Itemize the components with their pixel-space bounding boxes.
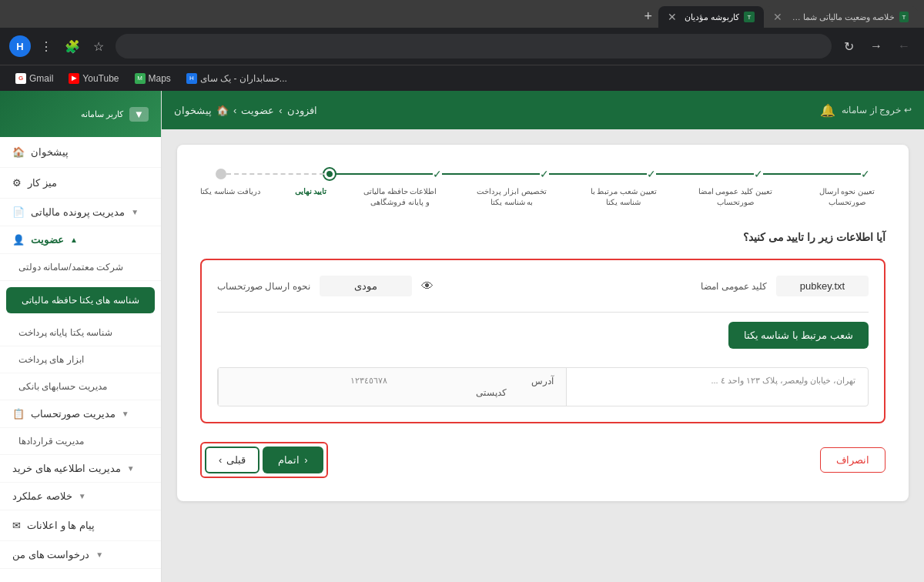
step6-line bbox=[226, 173, 324, 175]
step3-check: ✓ bbox=[647, 168, 656, 180]
step6-label: تایید نهایی bbox=[295, 186, 327, 208]
public-key-field: pubkey.txt کلید عمومی امضا bbox=[701, 276, 869, 296]
step3-label: تعیین شعب مرتبط با شناسه یکتا bbox=[585, 186, 662, 208]
invoice-chevron-icon: ▼ bbox=[122, 410, 129, 418]
address-bar[interactable]: tp.tax.gov.ir/membership/normalUniqueID/… bbox=[116, 34, 832, 59]
steps-labels: تعیین نحوه ارسال صورتحساب تعیین کلید عمو… bbox=[200, 186, 886, 208]
bookmark-star-button[interactable]: ☆ bbox=[88, 35, 109, 57]
performance-chevron-icon: ▼ bbox=[79, 492, 86, 500]
messages-icon: ✉ bbox=[12, 520, 21, 531]
eye-button[interactable]: 👁 bbox=[421, 279, 434, 293]
sidebar-item-invoice-mgmt[interactable]: ▼ مدیریت صورتحساب 📋 bbox=[0, 400, 161, 428]
progress-container: ✓ ✓ ✓ ✓ ✓ bbox=[200, 168, 886, 208]
step4-line bbox=[442, 173, 540, 175]
requests-label: درخواست های من bbox=[12, 549, 89, 560]
prev-button[interactable]: قبلی › bbox=[205, 447, 259, 473]
extensions-button[interactable]: 🧩 bbox=[62, 35, 83, 57]
bookmark-gmail[interactable]: G Gmail bbox=[9, 70, 59, 87]
bookmark-maps-label: Maps bbox=[149, 73, 171, 84]
membership-label: عضویت bbox=[31, 234, 64, 246]
logout-label: خروج از سامانه bbox=[842, 105, 901, 115]
browser-chrome: T خلاصه وضعیت مالیاتی شما در نظ... ✕ T ک… bbox=[0, 0, 924, 91]
sidebar-item-performance-summary[interactable]: ▼ خلاصه عملکرد bbox=[0, 483, 161, 510]
purchase-notice-label: مدیریت اطلاعیه های خرید bbox=[12, 463, 121, 474]
trusted-company-label: شرکت معتمد/سامانه دولتی bbox=[18, 262, 123, 273]
step5-line bbox=[335, 173, 433, 175]
logout-icon: ↩ bbox=[904, 105, 912, 115]
sidebar-item-membership[interactable]: ▲ عضویت 👤 bbox=[0, 226, 161, 254]
bookmark-youtube[interactable]: ▶ YouTube bbox=[62, 70, 125, 87]
address-label: آدرس bbox=[519, 368, 567, 406]
public-key-value: pubkey.txt bbox=[776, 276, 869, 296]
tab2-close[interactable]: ✕ bbox=[668, 11, 677, 23]
logout-button[interactable]: ↩ خروج از سامانه bbox=[842, 105, 912, 115]
gmail-favicon: G bbox=[15, 73, 26, 84]
top-nav-left: ↩ خروج از سامانه 🔔 bbox=[820, 103, 912, 118]
form-divider bbox=[217, 312, 869, 313]
postal-code-label: کدپستی bbox=[476, 387, 507, 398]
sidebar-item-desk[interactable]: میز کار ⚙ bbox=[0, 168, 161, 199]
performance-summary-label: خلاصه عملکرد bbox=[12, 490, 72, 502]
invoice-mgmt-label: مدیریت صورتحساب bbox=[31, 408, 116, 420]
step2-line bbox=[656, 173, 754, 175]
forward-button[interactable]: → bbox=[865, 35, 887, 57]
desk-icon: ⚙ bbox=[12, 177, 22, 189]
sidebar-item-dashboard[interactable]: پیشخوان 🏠 bbox=[0, 137, 161, 168]
step7-dot bbox=[216, 169, 226, 179]
profile-button[interactable]: H bbox=[9, 35, 31, 57]
refresh-button[interactable]: ↻ bbox=[838, 35, 859, 57]
bookmark-youtube-label: YouTube bbox=[82, 73, 119, 84]
tab1-close[interactable]: ✕ bbox=[773, 11, 782, 23]
tab-2[interactable]: T کاربوشه مؤدیان ✕ bbox=[658, 6, 764, 28]
step4-label: تخصیص ابزار پرداخت به شناسه یکتا bbox=[474, 186, 551, 208]
sidebar-item-payment-tools[interactable]: ابزار های پرداخت bbox=[0, 346, 161, 373]
step1-line bbox=[763, 173, 861, 175]
step3-line bbox=[549, 173, 647, 175]
sidebar-item-bank-accounts[interactable]: مدیریت حسابهای بانکی bbox=[0, 373, 161, 400]
cancel-button[interactable]: انصراف bbox=[820, 447, 886, 473]
profile-dropdown-button[interactable]: ▼ bbox=[129, 107, 149, 122]
notification-button[interactable]: 🔔 bbox=[820, 103, 835, 118]
tax-file-icon: 📄 bbox=[12, 206, 25, 218]
send-method-field: 👁 مودی نحوه ارسال صورتحساب bbox=[217, 276, 434, 296]
step6-dot bbox=[324, 169, 335, 179]
step2-check: ✓ bbox=[754, 168, 763, 180]
breadcrumb-membership: عضویت bbox=[241, 105, 274, 116]
new-tab-button[interactable]: + bbox=[638, 8, 658, 25]
step1-label: تعیین نحوه ارسال صورتحساب bbox=[808, 186, 886, 208]
dashboard-icon: 🏠 bbox=[12, 146, 25, 158]
tab1-favicon: T bbox=[899, 12, 909, 22]
finish-label: اتمام bbox=[278, 454, 300, 466]
finish-button[interactable]: ‹ اتمام bbox=[263, 447, 323, 473]
sidebar-item-messages[interactable]: پیام ها و اعلانات ✉ bbox=[0, 510, 161, 541]
sidebar-item-tax-file[interactable]: ▼ مدیریت پرونده مالیاتی 📄 bbox=[0, 199, 161, 226]
hesabdaran-favicon: H bbox=[186, 73, 197, 84]
chevron-up-icon: ▲ bbox=[70, 236, 78, 244]
payment-tools-label: ابزار های پرداخت bbox=[18, 354, 84, 365]
top-nav-right: افزودن › عضویت › 🏠 پیشخوان bbox=[174, 105, 317, 116]
bank-accounts-label: مدیریت حسابهای بانکی bbox=[18, 381, 107, 392]
sidebar-item-purchase-notice[interactable]: ▼ مدیریت اطلاعیه های خرید bbox=[0, 455, 161, 483]
purchase-chevron-icon: ▼ bbox=[127, 464, 135, 473]
step4-check: ✓ bbox=[540, 168, 549, 180]
bookmarks-bar: G Gmail ▶ YouTube M Maps H حسابداران - ی… bbox=[0, 65, 924, 91]
sidebar-item-requests[interactable]: ▼ درخواست های من bbox=[0, 541, 161, 569]
sidebar-item-pos-id[interactable]: شناسه یکتا پایانه پرداخت bbox=[0, 319, 161, 346]
step1-check: ✓ bbox=[861, 168, 870, 180]
branch-button[interactable]: شعب مرتبط با شناسه یکتا bbox=[728, 322, 869, 349]
tab-1[interactable]: T خلاصه وضعیت مالیاتی شما در نظ... ✕ bbox=[764, 6, 918, 28]
main-card: ✓ ✓ ✓ ✓ ✓ bbox=[177, 145, 909, 501]
invoice-mgmt-icon: 📋 bbox=[12, 408, 25, 420]
back-button[interactable]: ← bbox=[893, 35, 915, 57]
sidebar-item-contract-mgmt[interactable]: مدیریت قراردادها bbox=[0, 428, 161, 455]
bookmark-hesabdaran[interactable]: H حسابداران - یک سای... bbox=[180, 70, 293, 87]
send-method-label: نحوه ارسال صورتحساب bbox=[217, 281, 310, 292]
bottom-buttons: انصراف ‹ اتمام قبلی › bbox=[200, 442, 886, 478]
bookmark-gmail-label: Gmail bbox=[29, 73, 53, 84]
sidebar-item-trusted-company[interactable]: شرکت معتمد/سامانه دولتی bbox=[0, 254, 161, 281]
breadcrumb: افزودن › عضویت › 🏠 پیشخوان bbox=[174, 105, 317, 116]
sidebar-item-tax-wallet-id[interactable]: شناسه های یکتا حافظه مالیاتی bbox=[6, 287, 155, 313]
settings-button[interactable]: ⋮ bbox=[35, 35, 57, 57]
requests-chevron-icon: ▼ bbox=[95, 550, 103, 559]
bookmark-maps[interactable]: M Maps bbox=[129, 70, 177, 87]
